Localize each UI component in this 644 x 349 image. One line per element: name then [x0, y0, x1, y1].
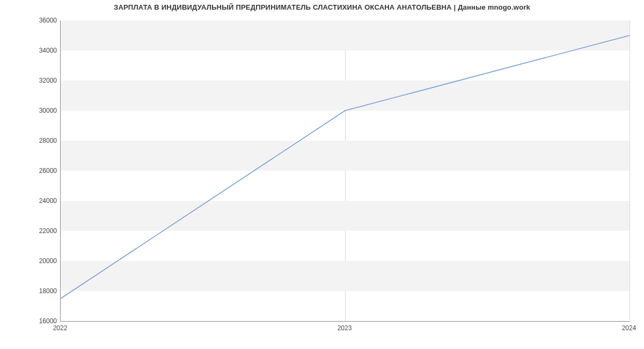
y-tick: 34000	[14, 47, 57, 54]
x-tick: 2024	[622, 324, 636, 332]
y-tick: 30000	[14, 107, 57, 114]
y-tick: 16000	[14, 317, 57, 325]
plot-area	[60, 20, 630, 322]
salary-chart: ЗАРПЛАТА В ИНДИВИДУАЛЬНЫЙ ПРЕДПРИНИМАТЕЛ…	[0, 0, 644, 338]
y-tick: 20000	[14, 257, 57, 265]
y-tick: 18000	[14, 287, 57, 295]
y-tick: 24000	[14, 197, 57, 205]
y-tick: 36000	[14, 17, 57, 24]
y-tick: 22000	[14, 227, 57, 235]
y-tick: 32000	[14, 77, 57, 84]
x-tick: 2022	[53, 324, 68, 332]
x-tick: 2023	[338, 324, 352, 332]
chart-title: ЗАРПЛАТА В ИНДИВИДУАЛЬНЫЙ ПРЕДПРИНИМАТЕЛ…	[0, 3, 644, 11]
y-tick: 28000	[14, 137, 57, 144]
y-tick: 26000	[14, 167, 57, 174]
line-series	[61, 20, 630, 321]
